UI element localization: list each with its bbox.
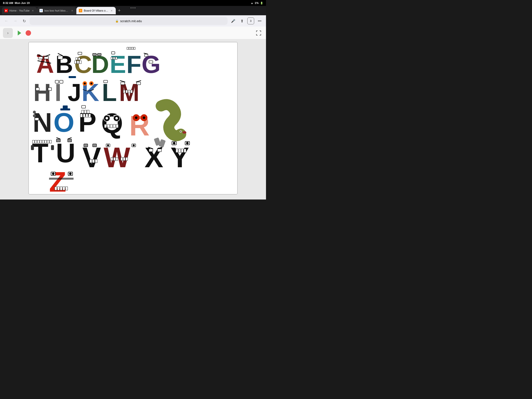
- tab-close-youtube[interactable]: ✕: [31, 9, 34, 12]
- svg-rect-16: [79, 61, 81, 64]
- more-options-icon: •••: [258, 19, 262, 23]
- svg-rect-72: [86, 114, 88, 117]
- green-flag-button[interactable]: [16, 30, 23, 36]
- scratch-toolbar: ›: [0, 27, 266, 39]
- microphone-icon: 🎤: [231, 19, 235, 23]
- svg-rect-19: [78, 52, 82, 55]
- svg-text:E: E: [110, 51, 126, 78]
- svg-rect-128: [116, 157, 118, 161]
- svg-rect-30: [127, 47, 129, 50]
- reload-button[interactable]: ↻: [21, 17, 28, 24]
- svg-rect-35: [149, 61, 153, 63]
- green-flag-icon: [16, 30, 23, 36]
- tab-label-scratch: Board Of Villans on Scra: [84, 9, 108, 12]
- tab-count: 3: [250, 19, 251, 22]
- svg-rect-68: [63, 105, 68, 109]
- svg-text:Q: Q: [101, 108, 123, 139]
- svg-rect-54: [121, 82, 125, 85]
- svg-rect-25: [111, 57, 113, 60]
- svg-rect-107: [45, 140, 47, 143]
- back-button[interactable]: ←: [3, 17, 10, 24]
- svg-rect-70: [80, 114, 83, 117]
- svg-rect-127: [114, 157, 116, 161]
- svg-rect-158: [66, 187, 68, 190]
- chevron-right-icon: ›: [7, 31, 8, 35]
- svg-rect-55: [137, 82, 141, 85]
- url-bar[interactable]: 🔒 scratch.mit.edu: [30, 17, 228, 25]
- svg-point-64: [33, 114, 36, 117]
- svg-point-82: [115, 117, 118, 119]
- svg-rect-136: [157, 149, 161, 152]
- svg-rect-59: [126, 90, 128, 93]
- stop-icon: [26, 30, 31, 36]
- svg-rect-130: [123, 157, 125, 161]
- svg-text:C: C: [74, 51, 92, 78]
- svg-rect-71: [83, 114, 85, 117]
- svg-rect-26: [113, 57, 115, 60]
- tab-favicon-google: G: [39, 9, 43, 12]
- svg-text:O: O: [53, 107, 74, 137]
- svg-rect-109: [50, 140, 51, 143]
- tab-scratch[interactable]: S Board Of Villans on Scra ✕: [76, 7, 116, 14]
- reload-icon: ↻: [23, 19, 26, 23]
- svg-rect-118: [90, 159, 92, 163]
- svg-point-93: [135, 116, 137, 119]
- battery-icon: 🔋: [260, 2, 263, 4]
- svg-point-81: [106, 117, 108, 119]
- svg-rect-43: [60, 80, 63, 83]
- svg-rect-85: [104, 124, 107, 128]
- battery-percent: 1%: [255, 1, 259, 4]
- forward-button[interactable]: →: [12, 17, 19, 24]
- microphone-button[interactable]: 🎤: [230, 17, 236, 24]
- tab-close-google[interactable]: ✕: [70, 9, 74, 12]
- svg-rect-14: [75, 61, 77, 64]
- svg-rect-126: [111, 157, 113, 161]
- status-date: Mon Jun 19: [15, 1, 30, 4]
- svg-text:H: H: [33, 79, 51, 106]
- svg-rect-60: [128, 90, 130, 93]
- url-text: scratch.mit.edu: [120, 19, 142, 23]
- svg-point-96: [183, 131, 186, 134]
- svg-rect-135: [149, 149, 153, 152]
- svg-rect-154: [55, 187, 57, 190]
- tab-count-button[interactable]: 3: [247, 17, 254, 24]
- svg-point-143: [186, 142, 189, 144]
- svg-rect-73: [88, 114, 91, 117]
- share-button[interactable]: ⬆: [238, 17, 245, 24]
- svg-point-49: [84, 83, 86, 84]
- svg-point-123: [107, 144, 109, 146]
- svg-rect-74: [82, 110, 84, 113]
- forward-icon: →: [13, 19, 17, 23]
- fullscreen-icon: [255, 30, 262, 36]
- more-options-button[interactable]: •••: [256, 17, 263, 24]
- svg-rect-22: [98, 53, 101, 56]
- fullscreen-button[interactable]: [254, 29, 263, 37]
- svg-rect-58: [123, 90, 125, 93]
- svg-rect-103: [35, 140, 37, 143]
- svg-rect-65: [35, 118, 39, 120]
- svg-point-94: [143, 116, 145, 119]
- svg-text:U: U: [56, 138, 75, 168]
- status-right: ▲ 1% 🔋: [251, 1, 263, 4]
- svg-rect-120: [95, 159, 97, 163]
- svg-rect-129: [121, 157, 123, 161]
- tab-google[interactable]: G boo boo hurt blood finge ✕: [37, 7, 76, 14]
- lock-icon: 🔒: [115, 19, 119, 23]
- tab-close-scratch[interactable]: ✕: [110, 9, 113, 12]
- svg-rect-61: [131, 90, 133, 93]
- svg-rect-11: [58, 56, 63, 59]
- sidebar-toggle-button[interactable]: ›: [3, 28, 13, 38]
- svg-rect-15: [77, 61, 79, 64]
- svg-rect-112: [68, 139, 72, 142]
- tab-youtube[interactable]: ▶ Home - YouTube ✕: [2, 7, 37, 14]
- svg-rect-146: [181, 149, 183, 152]
- stop-button[interactable]: [26, 30, 31, 36]
- main-content: A B C D: [0, 39, 266, 200]
- new-tab-button[interactable]: +: [116, 7, 123, 14]
- svg-rect-145: [179, 149, 181, 152]
- share-icon: ⬆: [240, 19, 244, 23]
- svg-rect-18: [78, 58, 80, 60]
- svg-rect-27: [115, 57, 117, 60]
- wifi-icon: ▲: [251, 2, 253, 4]
- scratch-canvas: A B C D: [28, 42, 238, 195]
